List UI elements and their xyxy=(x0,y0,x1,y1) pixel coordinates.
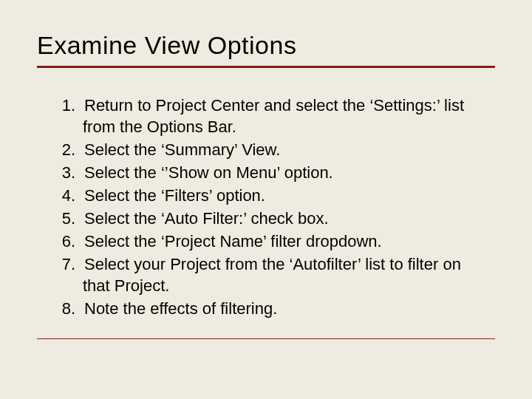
title-underline xyxy=(37,66,495,68)
slide-title: Examine View Options xyxy=(37,31,495,60)
list-item: Select the ‘Auto Filter:’ check box. xyxy=(53,208,491,229)
list-item: Return to Project Center and select the … xyxy=(53,95,491,137)
list-item: Select the ‘Summary’ View. xyxy=(53,139,491,160)
steps-list: Return to Project Center and select the … xyxy=(37,95,495,319)
list-item: Select your Project from the ‘Autofilter… xyxy=(53,253,491,296)
slide: Examine View Options Return to Project C… xyxy=(0,0,532,399)
list-item: Select the ‘Filters’ option. xyxy=(53,185,491,206)
list-item: Select the ‘’Show on Menu’ option. xyxy=(53,162,491,183)
list-item: Note the effects of filtering. xyxy=(53,298,491,319)
bottom-rule xyxy=(37,338,495,339)
list-item: Select the ‘Project Name’ filter dropdow… xyxy=(53,231,491,252)
